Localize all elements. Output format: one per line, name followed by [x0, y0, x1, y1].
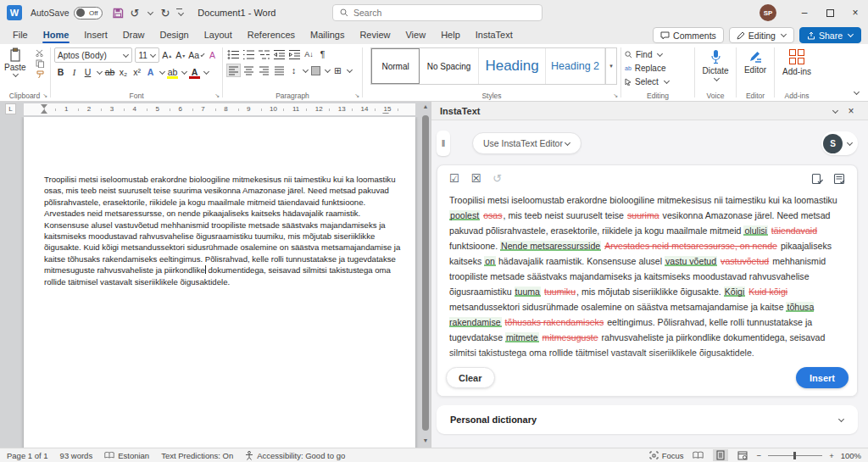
paste-button[interactable]: Paste — [4, 47, 26, 78]
style-heading1[interactable]: Heading — [479, 48, 546, 84]
first-line-indent-marker[interactable] — [41, 104, 47, 109]
change-case-button[interactable]: Aa — [187, 48, 205, 62]
subscript-button[interactable]: x₂ — [117, 65, 130, 79]
web-layout-button[interactable] — [735, 449, 750, 461]
customize-qat-icon[interactable] — [176, 8, 184, 18]
shading-button[interactable] — [309, 64, 322, 77]
align-left-button[interactable] — [226, 64, 241, 77]
accessibility-status[interactable]: Accessibility: Good to go — [245, 451, 345, 460]
style-normal[interactable]: Normal — [371, 48, 420, 84]
font-dialog-launcher[interactable]: ↘ — [214, 92, 220, 99]
find-button[interactable]: Find — [625, 48, 691, 60]
highlight-dropdown-icon[interactable] — [181, 68, 187, 74]
tab-instatext[interactable]: InstaText — [468, 27, 520, 44]
cut-icon[interactable] — [36, 49, 45, 57]
styles-more-button[interactable]: ▾ — [605, 48, 616, 84]
scrollbar-thumb[interactable] — [422, 115, 429, 431]
suggestion-text[interactable]: Troopilisi metsi iseloomustab erakordne … — [449, 192, 847, 387]
suggestion-segment-ins[interactable]: Kõigi — [724, 287, 746, 297]
clipboard-dialog-launcher[interactable]: ↘ — [42, 92, 47, 99]
paragraph-dialog-launcher[interactable]: ↘ — [354, 92, 359, 99]
underline-button[interactable]: U — [81, 65, 94, 79]
style-no-spacing[interactable]: No Spacing — [420, 48, 479, 84]
styles-dialog-launcher[interactable]: ↘ — [613, 92, 618, 99]
style-heading2[interactable]: Heading 2 — [546, 48, 605, 84]
focus-mode-button[interactable]: Focus — [649, 451, 684, 460]
tab-design[interactable]: Design — [152, 27, 196, 44]
suggestion-segment-del[interactable]: osas — [482, 210, 503, 220]
autosave-control[interactable]: AutoSave Off — [31, 7, 103, 19]
restore-button[interactable] — [817, 0, 843, 25]
zoom-slider[interactable] — [768, 455, 822, 456]
share-button[interactable]: Share — [799, 27, 861, 43]
underline-dropdown-icon[interactable] — [97, 68, 103, 74]
shading-dropdown-icon[interactable] — [325, 66, 331, 72]
borders-button[interactable]: ⊞ — [331, 64, 344, 77]
borders-dropdown-icon[interactable] — [347, 66, 353, 72]
superscript-button[interactable]: x² — [131, 65, 143, 79]
suggestion-segment-del[interactable]: mitmesuguste — [542, 332, 599, 342]
bullets-button[interactable] — [226, 47, 241, 61]
close-button[interactable]: × — [843, 0, 868, 25]
tab-insert[interactable]: Insert — [76, 27, 115, 44]
personal-dictionary-accordion[interactable]: Personal dictionary — [437, 405, 858, 434]
show-formatting-button[interactable]: ¶ — [316, 47, 329, 61]
replace-button[interactable]: abReplace — [625, 62, 691, 74]
search-input[interactable]: Search — [332, 4, 542, 21]
autosave-toggle[interactable]: Off — [74, 7, 103, 19]
vertical-scrollbar[interactable]: ▲ ▼ — [420, 103, 431, 446]
increase-indent-button[interactable] — [287, 47, 302, 61]
multilevel-list-button[interactable] — [257, 47, 271, 61]
track-changes-icon[interactable] — [833, 173, 845, 185]
suggestion-segment-del[interactable]: täiendavaid — [771, 225, 818, 236]
copy-icon[interactable] — [36, 59, 45, 68]
read-mode-button[interactable] — [691, 449, 706, 461]
line-spacing-button[interactable]: ↕ — [287, 64, 300, 77]
suggestion-segment-ins[interactable]: on — [484, 256, 496, 266]
font-color-button[interactable]: A — [188, 65, 201, 79]
zoom-out-button[interactable]: − — [757, 451, 762, 460]
highlight-color-button[interactable]: ab — [166, 65, 179, 79]
tab-mailings[interactable]: Mailings — [303, 27, 352, 44]
suggestion-segment-ins[interactable]: Nende metsaressursside — [500, 241, 601, 251]
numbering-button[interactable] — [242, 47, 256, 61]
document-text[interactable]: Troopilisi metsi iseloomustab erakordne … — [44, 174, 401, 287]
tab-draw[interactable]: Draw — [115, 27, 153, 44]
document-page[interactable]: Troopilisi metsi iseloomustab erakordne … — [24, 117, 415, 448]
suggestion-segment-ins[interactable]: mitmete — [505, 332, 539, 342]
grow-font-button[interactable]: A▴ — [160, 48, 173, 62]
tab-layout[interactable]: Layout — [197, 27, 240, 44]
redo-icon[interactable]: ↻ — [160, 7, 170, 19]
panel-close-icon[interactable]: × — [843, 105, 860, 117]
accept-all-icon[interactable]: ☑ — [449, 172, 459, 185]
zoom-in-button[interactable]: + — [829, 451, 834, 460]
justify-button[interactable] — [272, 64, 287, 77]
tab-references[interactable]: References — [240, 27, 303, 44]
tab-file[interactable]: File — [5, 27, 36, 44]
undo-dropdown-icon[interactable] — [147, 8, 153, 14]
clear-formatting-button[interactable]: A — [206, 48, 219, 62]
suggestion-segment-del[interactable]: suurima — [626, 210, 660, 220]
addins-button[interactable]: Add-ins — [778, 47, 815, 76]
regenerate-icon[interactable]: ↺ — [492, 172, 502, 185]
tab-view[interactable]: View — [398, 27, 433, 44]
font-name-select[interactable]: Aptos (Body) — [54, 47, 132, 63]
sort-button[interactable]: A↓ — [303, 47, 315, 61]
suggestion-segment-ins[interactable]: olulisi — [743, 225, 768, 236]
text-predictions[interactable]: Text Predictions: On — [161, 451, 233, 460]
select-button[interactable]: Select — [625, 75, 691, 87]
suggestion-segment-del[interactable]: vastuvõetud — [720, 256, 770, 266]
clear-button[interactable]: Clear — [446, 367, 495, 388]
user-avatar[interactable]: SP — [760, 4, 776, 21]
text-effects-dropdown-icon[interactable] — [159, 68, 165, 74]
zoom-slider-thumb[interactable] — [793, 452, 796, 459]
horizontal-ruler[interactable]: L 123456789101112131415 — [0, 102, 431, 117]
save-icon[interactable] — [113, 8, 124, 19]
suggestion-segment-ins[interactable]: poolest — [449, 210, 480, 220]
panel-drag-handle-icon[interactable]: ‖ — [437, 131, 450, 156]
undo-icon[interactable]: ↺ — [131, 7, 140, 19]
collapse-ribbon-icon[interactable] — [854, 89, 860, 95]
scroll-down-icon[interactable]: ▼ — [423, 437, 429, 446]
format-painter-icon[interactable] — [36, 70, 45, 79]
editor-mode-select[interactable]: Use InstaText Editor — [472, 132, 581, 154]
